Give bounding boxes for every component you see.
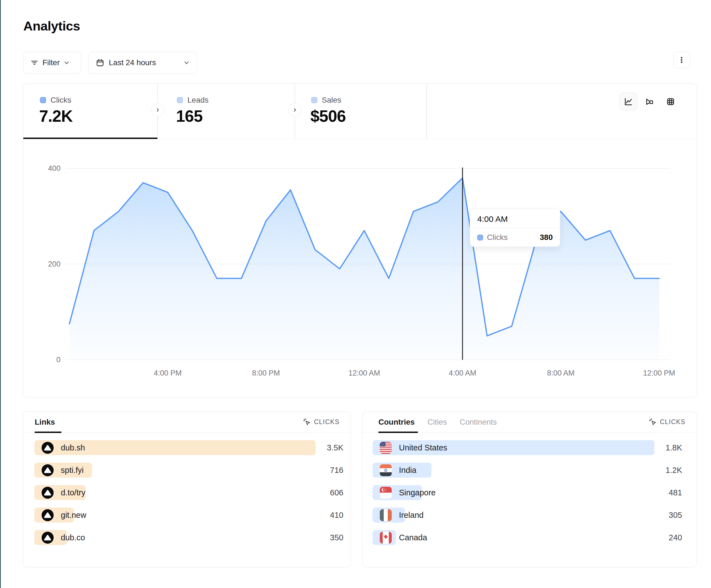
clicks-legend-square-icon	[477, 235, 483, 241]
stat-label: Leads	[187, 96, 209, 105]
filter-button-label: Filter	[42, 58, 60, 67]
link-row[interactable]: git.new410	[35, 507, 343, 523]
links-panel: Links CLICKS dub.sh3.5Kspti.fyi716d.to/t…	[23, 411, 351, 567]
row-label: United States	[399, 443, 447, 452]
chevron-down-icon	[184, 60, 190, 66]
country-row[interactable]: United States1.8K	[372, 440, 682, 455]
analytics-card: Clicks 7.2K Leads 165 Sales $506	[23, 83, 697, 398]
row-value: 606	[330, 488, 343, 497]
funnel-chart-view-button[interactable]	[641, 93, 658, 110]
ca-flag-icon	[380, 532, 392, 544]
line-chart-icon	[624, 97, 633, 107]
link-row[interactable]: spti.fyi716	[35, 462, 343, 478]
row-label: dub.sh	[61, 443, 85, 452]
row-value: 3.5K	[327, 443, 343, 452]
row-label: spti.fyi	[61, 466, 84, 475]
x-tick-label: 4:00 PM	[143, 369, 193, 378]
stat-value: 165	[176, 107, 202, 126]
funnel-chart-icon	[645, 97, 654, 107]
tab-leads[interactable]: Leads 165	[157, 84, 295, 139]
chart-view-switcher	[619, 93, 680, 110]
table-view-button[interactable]	[662, 93, 680, 110]
tab-continents[interactable]: Continents	[460, 418, 497, 427]
country-row[interactable]: Singapore481	[372, 485, 682, 500]
y-tick-label: 0	[41, 356, 61, 364]
countries-metric-header[interactable]: CLICKS	[649, 418, 686, 426]
clicks-legend-square-icon	[40, 97, 46, 103]
us-flag-icon	[380, 442, 392, 454]
row-label: Ireland	[399, 511, 424, 520]
chevron-down-icon	[64, 60, 70, 66]
x-tick-label: 12:00 AM	[339, 369, 389, 378]
page-title: Analytics	[23, 18, 80, 33]
row-value: 305	[669, 511, 682, 520]
tooltip-series-label: Clicks	[487, 233, 508, 242]
stat-label: Sales	[322, 96, 341, 105]
tab-links[interactable]: Links	[35, 418, 55, 427]
tab-clicks[interactable]: Clicks 7.2K	[23, 84, 157, 139]
expand-leads-button[interactable]	[151, 103, 164, 116]
row-label: git.new	[61, 511, 86, 520]
link-row[interactable]: dub.co350	[35, 530, 343, 545]
row-label: dub.co	[61, 533, 85, 542]
dub-logo-icon	[42, 442, 53, 454]
row-label: Singapore	[399, 488, 436, 497]
country-row[interactable]: India1.2K	[372, 462, 682, 478]
sales-legend-square-icon	[311, 97, 317, 103]
cursor-click-icon	[303, 418, 311, 426]
chart-tooltip: 4:00 AM Clicks 380	[470, 208, 560, 247]
link-row[interactable]: d.to/try606	[35, 485, 343, 500]
row-value: 350	[330, 533, 343, 542]
row-value: 716	[330, 466, 343, 475]
country-row[interactable]: Canada240	[372, 530, 682, 545]
active-tab-underline	[23, 138, 157, 139]
stats-tab-row: Clicks 7.2K Leads 165 Sales $506	[23, 84, 696, 139]
tooltip-value: 380	[540, 233, 553, 242]
date-range-button[interactable]: Last 24 hours	[88, 51, 197, 74]
links-metric-header[interactable]: CLICKS	[303, 418, 340, 426]
divider	[427, 84, 427, 139]
link-row[interactable]: dub.sh3.5K	[35, 440, 343, 455]
expand-sales-button[interactable]	[288, 103, 302, 116]
date-range-label: Last 24 hours	[109, 58, 156, 67]
row-value: 1.8K	[666, 443, 682, 452]
row-label: d.to/try	[61, 488, 86, 497]
y-tick-label: 200	[41, 260, 61, 269]
x-tick-label: 8:00 PM	[241, 369, 291, 378]
line-chart-view-button[interactable]	[619, 93, 637, 110]
filter-button[interactable]: Filter	[23, 51, 81, 74]
active-tab-underline	[379, 432, 418, 433]
table-grid-icon	[666, 97, 675, 107]
active-tab-underline	[35, 432, 61, 433]
row-label: Canada	[399, 533, 427, 542]
stat-label: Clicks	[50, 96, 71, 105]
country-row[interactable]: Ireland305	[372, 507, 682, 523]
leads-legend-square-icon	[177, 97, 183, 103]
dub-logo-icon	[42, 487, 53, 499]
sg-flag-icon	[380, 487, 392, 499]
x-tick-label: 8:00 AM	[536, 369, 586, 378]
dub-logo-icon	[42, 532, 53, 544]
dub-logo-icon	[42, 464, 53, 476]
y-tick-label: 400	[41, 164, 61, 173]
in-flag-icon	[380, 464, 392, 476]
tab-countries[interactable]: Countries	[379, 418, 415, 427]
row-value: 240	[669, 533, 682, 542]
dub-logo-icon	[42, 509, 53, 521]
kebab-menu-icon	[677, 55, 686, 65]
tab-cities[interactable]: Cities	[428, 418, 447, 427]
stat-value: 7.2K	[39, 107, 73, 126]
row-value: 410	[330, 511, 343, 520]
x-tick-label: 12:00 PM	[634, 369, 684, 378]
cursor-click-icon	[649, 418, 657, 426]
calendar-icon	[96, 59, 104, 67]
tab-sales[interactable]: Sales $506	[295, 84, 427, 139]
ie-flag-icon	[380, 509, 392, 521]
row-value: 1.2K	[666, 466, 682, 475]
stat-value: $506	[310, 107, 346, 126]
more-options-button[interactable]	[673, 51, 690, 68]
filter-icon	[30, 59, 39, 67]
metric-label: CLICKS	[660, 418, 686, 426]
x-tick-label: 4:00 AM	[437, 369, 488, 378]
row-label: India	[399, 466, 416, 475]
